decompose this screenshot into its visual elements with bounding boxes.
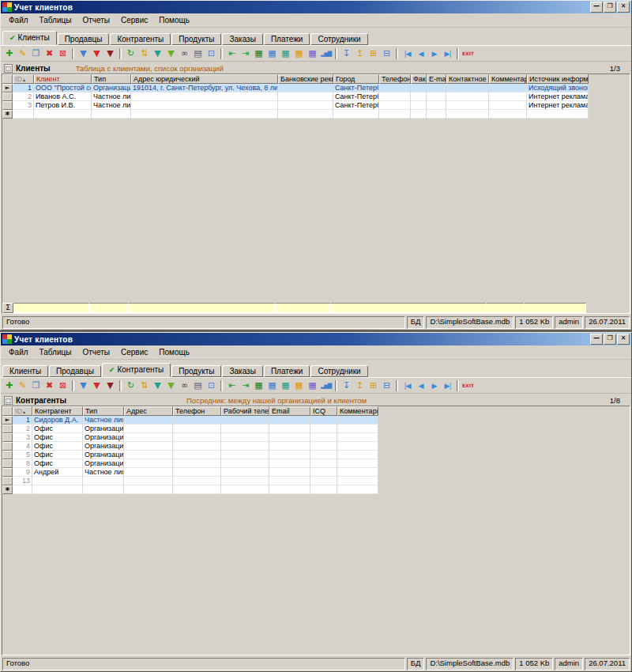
- cell-phone[interactable]: [173, 442, 221, 451]
- menu-tables[interactable]: Таблицы: [34, 15, 77, 25]
- col-contractor[interactable]: Контрагент: [32, 406, 83, 416]
- collapse-icon[interactable]: □: [4, 64, 13, 73]
- sort-icon[interactable]: ⇅: [137, 47, 151, 60]
- add-record-icon[interactable]: ✚: [2, 47, 16, 60]
- cell-address[interactable]: [124, 425, 173, 433]
- cell-work-phone[interactable]: [221, 451, 269, 459]
- table-row[interactable]: 9 Андрей Частное лицо: [2, 468, 378, 477]
- print-icon[interactable]: ▤: [191, 379, 205, 392]
- cell-work-phone[interactable]: [221, 468, 269, 477]
- cell-comments[interactable]: [489, 101, 527, 110]
- cell-bank-details[interactable]: [278, 84, 333, 92]
- cell-id[interactable]: [13, 110, 34, 119]
- summary-cell[interactable]: [129, 303, 276, 313]
- table-row[interactable]: 3 Петров И.В. Частное лицо Санкт-Петербу…: [2, 101, 589, 110]
- cell-address[interactable]: [124, 416, 173, 425]
- cell-phones[interactable]: [379, 92, 411, 101]
- table-row[interactable]: 2 Офис Организация: [2, 425, 378, 433]
- tab-contractors[interactable]: ✔Контрагенты: [102, 363, 171, 377]
- col-comments[interactable]: Комментарии: [489, 74, 527, 84]
- cell-work-phone[interactable]: [221, 442, 269, 451]
- cell-info-source[interactable]: Интернет реклама: [527, 92, 589, 101]
- cell-address[interactable]: [124, 433, 173, 442]
- cell-phone[interactable]: [173, 468, 221, 477]
- row-selector[interactable]: [2, 451, 13, 459]
- cell-type[interactable]: Организация: [83, 442, 124, 451]
- export-word-icon[interactable]: ▦: [265, 379, 279, 392]
- summary-settings-icon[interactable]: ↥: [353, 379, 367, 392]
- cell-fax[interactable]: [411, 101, 427, 110]
- cell-comments[interactable]: [489, 92, 527, 101]
- title-bar[interactable]: Учет клиентов — ❐ ✕: [1, 333, 631, 345]
- cell-icq[interactable]: [310, 416, 337, 425]
- row-selector[interactable]: ✱: [2, 110, 13, 119]
- cell-id[interactable]: 3: [13, 101, 34, 110]
- cell-comments[interactable]: [337, 459, 378, 468]
- row-selector[interactable]: [2, 442, 13, 451]
- col-comments[interactable]: Комментарии: [337, 406, 378, 416]
- import-icon[interactable]: ⇤: [225, 47, 239, 60]
- cell-bank-details[interactable]: [278, 110, 333, 119]
- cell-city[interactable]: [333, 110, 379, 119]
- tab-clients[interactable]: Клиенты: [2, 365, 48, 377]
- cell-work-phone[interactable]: [221, 433, 269, 442]
- cell-icq[interactable]: [310, 459, 337, 468]
- row-selector[interactable]: [2, 477, 13, 485]
- grid-setup-icon[interactable]: ⊞: [367, 47, 380, 60]
- nav-next-icon[interactable]: ▶: [427, 47, 441, 60]
- cell-phone[interactable]: [173, 459, 221, 468]
- cell-id[interactable]: 1: [13, 416, 32, 425]
- cell-email[interactable]: [269, 425, 310, 433]
- cell-icq[interactable]: [310, 451, 337, 459]
- exit-icon[interactable]: EXIT: [461, 379, 475, 392]
- row-selector[interactable]: [2, 425, 13, 433]
- cell-type[interactable]: [92, 110, 131, 119]
- cell-type[interactable]: [83, 477, 124, 485]
- cell-work-phone[interactable]: [221, 485, 269, 494]
- nav-first-icon[interactable]: |◀: [401, 379, 414, 392]
- sort-icon[interactable]: ⇅: [137, 379, 151, 392]
- edit-record-icon[interactable]: ✎: [16, 379, 29, 392]
- cell-phone[interactable]: [173, 451, 221, 459]
- col-email[interactable]: Email: [269, 406, 310, 416]
- export-html-icon[interactable]: ▦: [279, 47, 292, 60]
- cell-id[interactable]: 9: [13, 468, 32, 477]
- table-row[interactable]: 3 Офис Организация: [2, 433, 378, 442]
- cell-comments[interactable]: [337, 468, 378, 477]
- table-row[interactable]: 4 Офис Организация: [2, 442, 378, 451]
- close-button[interactable]: ✕: [617, 334, 630, 345]
- table-row[interactable]: 8 Офис Организация: [2, 459, 378, 468]
- print-preview-icon[interactable]: ⊡: [205, 47, 218, 60]
- cell-contractor[interactable]: Офис: [32, 425, 83, 433]
- cell-id[interactable]: 3: [13, 433, 32, 442]
- export-excel-icon[interactable]: ▦: [252, 47, 265, 60]
- cell-contact-person[interactable]: [446, 110, 489, 119]
- cell-work-phone[interactable]: [221, 459, 269, 468]
- cell-address[interactable]: [124, 442, 173, 451]
- summary-cell[interactable]: [525, 303, 586, 313]
- summary-cell[interactable]: [487, 303, 525, 313]
- cell-legal-address[interactable]: 191014, г. Санкт-Петербург, ул. Чехова, …: [131, 84, 278, 92]
- cell-fax[interactable]: [411, 84, 427, 92]
- delete-record-icon[interactable]: ✖: [43, 379, 56, 392]
- col-work-phone[interactable]: Рабочий телефон: [221, 406, 269, 416]
- nav-prev-icon[interactable]: ◀: [414, 379, 427, 392]
- cell-comments[interactable]: [337, 433, 378, 442]
- cell-legal-address[interactable]: [131, 110, 278, 119]
- tab-orders[interactable]: Заказы: [222, 365, 262, 377]
- cell-type[interactable]: Частное лицо: [83, 468, 124, 477]
- cell-client[interactable]: ООО "Простой софт": [34, 84, 92, 92]
- cell-city[interactable]: Санкт-Петербург: [333, 84, 379, 92]
- export-html-icon[interactable]: ▦: [279, 379, 292, 392]
- cell-type[interactable]: Организация: [83, 425, 124, 433]
- table-row[interactable]: ✱: [2, 485, 378, 494]
- tab-products[interactable]: Продукты: [171, 365, 221, 377]
- menu-reports[interactable]: Отчеты: [77, 15, 115, 25]
- cell-work-phone[interactable]: [221, 416, 269, 425]
- row-selector[interactable]: ►: [2, 84, 13, 92]
- export-access-icon[interactable]: ▦: [306, 47, 319, 60]
- chart-icon[interactable]: ▂▅▇: [319, 379, 333, 392]
- cell-email[interactable]: [427, 101, 446, 110]
- cell-email[interactable]: [269, 468, 310, 477]
- cell-bank-details[interactable]: [278, 92, 333, 101]
